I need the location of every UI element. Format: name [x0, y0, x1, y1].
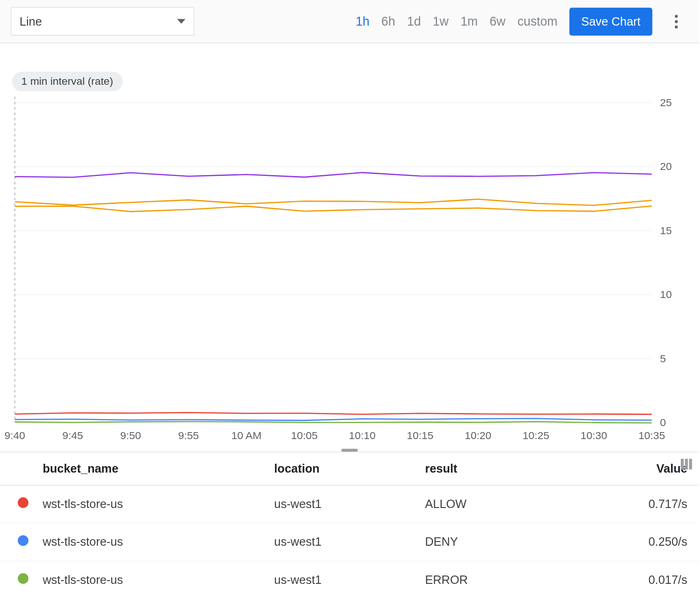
time-range-custom[interactable]: custom — [518, 14, 558, 29]
y-tick-label: 15 — [660, 224, 672, 237]
y-tick-label: 5 — [660, 352, 666, 365]
interval-badge: 1 min interval (rate) — [12, 72, 122, 91]
cell-bucket: wst-tls-store-us — [35, 485, 267, 523]
cell-result: ERROR — [418, 561, 558, 596]
col-value[interactable]: Value — [558, 452, 699, 485]
x-tick-label: 9:55 — [178, 429, 199, 441]
cell-value: 0.250/s — [558, 523, 699, 561]
x-tick-label: 10 AM — [231, 429, 262, 441]
series-swatch — [18, 497, 28, 508]
y-tick-label: 0 — [660, 416, 666, 428]
more-menu-icon[interactable] — [664, 14, 688, 28]
toolbar: Line 1h6h1d1w1m6wcustom Save Chart — [0, 0, 699, 43]
cell-location: us-west1 — [267, 485, 418, 523]
series-swatch — [18, 573, 28, 584]
cell-value: 0.017/s — [558, 561, 699, 596]
time-range-1h[interactable]: 1h — [356, 14, 370, 29]
time-range-6w[interactable]: 6w — [490, 14, 505, 29]
x-tick-label: 10:05 — [291, 429, 317, 441]
x-tick-label: 10:10 — [349, 429, 376, 441]
dropdown-icon — [177, 19, 186, 24]
cell-value: 0.717/s — [558, 485, 699, 523]
x-tick-label: 9:50 — [120, 429, 141, 441]
y-tick-label: 10 — [660, 288, 672, 300]
cell-result: ALLOW — [418, 485, 558, 523]
chart-area: 1 min interval (rate) 05101520259:409:45… — [0, 43, 699, 447]
chart-type-select[interactable]: Line — [11, 7, 195, 35]
cell-bucket: wst-tls-store-us — [35, 561, 267, 596]
series-line[interactable] — [15, 173, 652, 177]
x-tick-label: 10:15 — [407, 429, 433, 441]
y-tick-label: 25 — [660, 96, 672, 108]
col-bucket[interactable]: bucket_name — [35, 452, 267, 485]
legend-table: bucket_name location result Value wst-tl… — [0, 452, 699, 596]
cell-bucket: wst-tls-store-us — [35, 523, 267, 561]
line-chart[interactable]: 05101520259:409:459:509:5510 AM10:0510:1… — [0, 55, 699, 446]
x-tick-label: 10:20 — [464, 429, 491, 441]
series-swatch — [18, 535, 28, 546]
cell-location: us-west1 — [267, 523, 418, 561]
time-range-1m[interactable]: 1m — [460, 14, 478, 29]
series-line[interactable] — [15, 413, 652, 414]
y-tick-label: 20 — [660, 160, 672, 172]
col-result[interactable]: result — [418, 452, 558, 485]
time-range-group: 1h6h1d1w1m6wcustom — [356, 14, 558, 29]
cell-location: us-west1 — [267, 561, 418, 596]
series-line[interactable] — [15, 419, 652, 420]
x-tick-label: 10:25 — [523, 429, 549, 441]
save-chart-button[interactable]: Save Chart — [569, 7, 652, 35]
resize-handle[interactable] — [0, 447, 699, 452]
cell-result: DENY — [418, 523, 558, 561]
x-tick-label: 10:30 — [580, 429, 607, 441]
x-tick-label: 9:45 — [62, 429, 83, 441]
chart-type-label: Line — [20, 14, 42, 28]
time-range-1w[interactable]: 1w — [433, 14, 449, 29]
table-row[interactable]: wst-tls-store-usus-west1ALLOW0.717/s — [0, 485, 699, 523]
columns-icon[interactable] — [681, 459, 692, 469]
series-line[interactable] — [15, 199, 652, 205]
col-location[interactable]: location — [267, 452, 418, 485]
toolbar-right: 1h6h1d1w1m6wcustom Save Chart — [356, 7, 688, 35]
time-range-1d[interactable]: 1d — [407, 14, 421, 29]
x-tick-label: 9:40 — [5, 429, 26, 441]
table-row[interactable]: wst-tls-store-usus-west1DENY0.250/s — [0, 523, 699, 561]
table-row[interactable]: wst-tls-store-usus-west1ERROR0.017/s — [0, 561, 699, 596]
series-line[interactable] — [15, 206, 652, 211]
x-tick-label: 10:35 — [639, 429, 665, 441]
time-range-6h[interactable]: 6h — [381, 14, 395, 29]
